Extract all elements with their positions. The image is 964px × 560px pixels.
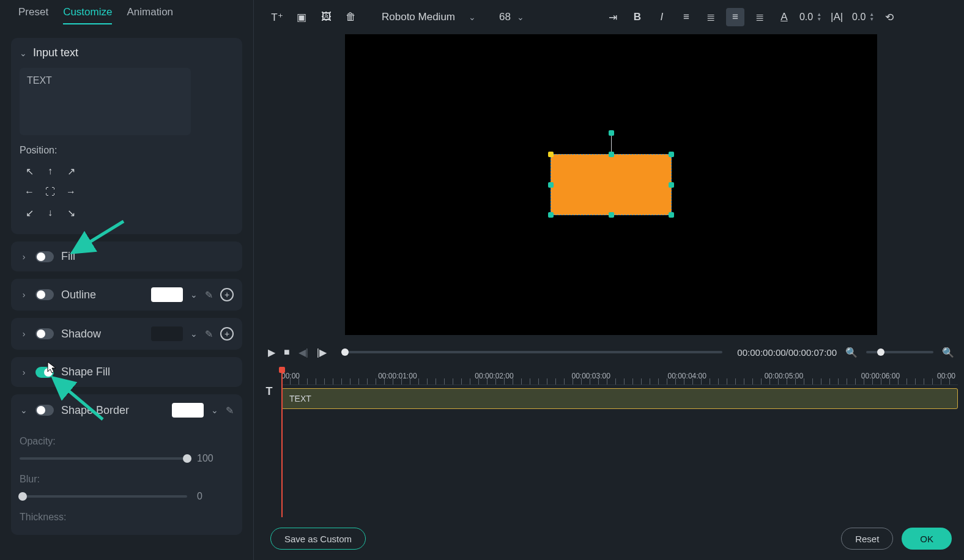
line-height-value: 0.0 bbox=[799, 12, 813, 23]
stop-icon[interactable]: ■ bbox=[284, 347, 290, 358]
pos-bottom[interactable]: ↓ bbox=[40, 204, 60, 222]
text-input-area[interactable]: TEXT bbox=[20, 68, 191, 135]
handle-bottom[interactable] bbox=[609, 212, 614, 218]
selected-shape[interactable] bbox=[551, 154, 672, 215]
line-height-field[interactable]: 0.0 ▲▼ bbox=[799, 12, 821, 23]
add-outline-icon[interactable]: + bbox=[220, 288, 234, 301]
pos-bottom-left[interactable]: ↙ bbox=[20, 204, 39, 222]
align-left-icon[interactable]: ≡ bbox=[677, 8, 695, 26]
align-center-icon[interactable]: ≣ bbox=[702, 8, 720, 26]
handle-top-right[interactable] bbox=[669, 152, 674, 157]
add-shadow-icon[interactable]: + bbox=[220, 327, 234, 341]
bold-icon[interactable]: B bbox=[628, 8, 647, 26]
prev-frame-icon[interactable]: ◀| bbox=[298, 347, 308, 358]
tab-preset[interactable]: Preset bbox=[18, 6, 48, 24]
chevron-right-icon: › bbox=[20, 290, 28, 300]
zoom-out-icon[interactable]: 🔍 bbox=[845, 347, 858, 358]
refresh-icon[interactable]: ⟲ bbox=[880, 8, 899, 26]
shape-border-color-chip[interactable] bbox=[172, 403, 204, 418]
vertical-divider bbox=[253, 0, 254, 560]
anchor-handle[interactable] bbox=[548, 152, 554, 157]
section-shape-fill[interactable]: › Shape Fill bbox=[11, 357, 242, 387]
blur-label: Blur: bbox=[20, 474, 234, 485]
shape-border-label: Shape Border bbox=[61, 404, 129, 417]
ok-button[interactable]: OK bbox=[902, 528, 952, 550]
zoom-in-icon[interactable]: 🔍 bbox=[942, 347, 954, 358]
char-spacing-icon[interactable]: |A| bbox=[828, 8, 846, 26]
next-frame-icon[interactable]: |▶ bbox=[317, 347, 327, 358]
caret-down-icon[interactable]: ⌄ bbox=[190, 290, 198, 300]
font-name: Roboto Medium bbox=[382, 11, 455, 23]
ruler[interactable]: 00:0000:00:01:0000:00:02:0000:00:03:0000… bbox=[281, 367, 958, 385]
section-header-input-text[interactable]: ⌄ Input text bbox=[11, 38, 242, 68]
shape-border-header[interactable]: ⌄ Shape Border ⌄ ✎ bbox=[11, 394, 242, 426]
timeline: 00:0000:00:01:0000:00:02:0000:00:03:0000… bbox=[258, 367, 964, 517]
section-input-text: ⌄ Input text TEXT Position: ↖ ↑ ↗ ← ⛶ → … bbox=[11, 38, 242, 234]
pos-top-right[interactable]: ↗ bbox=[61, 162, 81, 180]
crop-icon[interactable]: ▣ bbox=[292, 8, 311, 26]
handle-bottom-left[interactable] bbox=[548, 212, 554, 218]
ruler-mark: 00:00 bbox=[281, 372, 300, 380]
font-size-select[interactable]: 68 ⌄ bbox=[499, 11, 524, 23]
handle-left[interactable] bbox=[548, 182, 554, 188]
pos-right[interactable]: → bbox=[61, 183, 81, 201]
section-outline[interactable]: › Outline ⌄ ✎ + bbox=[11, 279, 242, 311]
blur-slider[interactable] bbox=[20, 495, 187, 498]
outline-toggle[interactable] bbox=[35, 289, 54, 300]
italic-icon[interactable]: I bbox=[653, 8, 671, 26]
align-right-icon[interactable]: ≡ bbox=[726, 8, 744, 26]
char-spacing-field[interactable]: 0.0 ▲▼ bbox=[852, 12, 874, 23]
pos-center[interactable]: ⛶ bbox=[40, 183, 60, 201]
eyedropper-icon[interactable]: ✎ bbox=[205, 328, 213, 340]
add-text-icon[interactable]: T⁺ bbox=[268, 8, 286, 26]
text-clip[interactable]: TEXT bbox=[281, 388, 958, 409]
play-icon[interactable]: ▶ bbox=[268, 347, 275, 358]
preview-canvas[interactable] bbox=[345, 34, 877, 335]
rotation-line bbox=[611, 134, 612, 152]
caret-down-icon: ⌄ bbox=[517, 12, 524, 22]
handle-top[interactable] bbox=[609, 152, 614, 157]
cursor-pointer-icon bbox=[46, 361, 57, 377]
outline-color-chip[interactable] bbox=[151, 287, 183, 302]
pos-bottom-right[interactable]: ↘ bbox=[61, 204, 81, 222]
font-select[interactable]: Roboto Medium ⌄ bbox=[382, 11, 480, 23]
thickness-label: Thickness: bbox=[20, 512, 234, 523]
handle-bottom-right[interactable] bbox=[669, 212, 674, 218]
eyedropper-icon[interactable]: ✎ bbox=[205, 289, 213, 301]
text-color-icon[interactable]: A bbox=[775, 8, 793, 26]
fill-toggle[interactable] bbox=[35, 251, 54, 262]
section-fill[interactable]: › Fill bbox=[11, 241, 242, 271]
blur-value[interactable]: 0 bbox=[197, 491, 234, 502]
section-shadow[interactable]: › Shadow ⌄ ✎ + bbox=[11, 318, 242, 350]
opacity-label: Opacity: bbox=[20, 436, 234, 447]
tab-customize[interactable]: Customize bbox=[63, 6, 112, 24]
opacity-slider[interactable] bbox=[20, 457, 187, 460]
panel-scroll[interactable]: ⌄ Input text TEXT Position: ↖ ↑ ↗ ← ⛶ → … bbox=[0, 29, 253, 560]
caret-down-icon[interactable]: ⌄ bbox=[190, 329, 198, 339]
image-icon[interactable]: 🖼 bbox=[317, 8, 335, 26]
progress-bar[interactable] bbox=[341, 351, 722, 353]
rotation-handle[interactable] bbox=[609, 130, 614, 136]
reset-button[interactable]: Reset bbox=[841, 528, 893, 550]
save-as-custom-button[interactable]: Save as Custom bbox=[270, 528, 366, 550]
pos-left[interactable]: ← bbox=[20, 183, 39, 201]
opacity-value[interactable]: 100 bbox=[197, 453, 234, 464]
shape-border-toggle[interactable] bbox=[35, 405, 54, 416]
playhead[interactable] bbox=[281, 367, 283, 517]
player-controls: ▶ ■ ◀| |▶ 00:00:00:00/00:00:07:00 🔍 🔍 bbox=[258, 340, 964, 364]
eyedropper-icon[interactable]: ✎ bbox=[226, 405, 234, 416]
tab-animation[interactable]: Animation bbox=[127, 6, 173, 24]
fill-label: Fill bbox=[61, 250, 75, 263]
indent-icon[interactable]: ⇥ bbox=[604, 8, 622, 26]
ruler-mark: 00:00:06:00 bbox=[861, 372, 900, 380]
trash-icon[interactable]: 🗑 bbox=[341, 8, 360, 26]
pos-top-left[interactable]: ↖ bbox=[20, 162, 39, 180]
position-grid: ↖ ↑ ↗ ← ⛶ → ↙ ↓ ↘ bbox=[20, 162, 234, 223]
pos-top[interactable]: ↑ bbox=[40, 162, 60, 180]
align-justify-icon[interactable]: ≣ bbox=[751, 8, 769, 26]
zoom-slider[interactable] bbox=[866, 351, 933, 353]
handle-right[interactable] bbox=[669, 182, 674, 188]
caret-down-icon[interactable]: ⌄ bbox=[211, 405, 218, 415]
shadow-color-chip[interactable] bbox=[151, 326, 183, 341]
shadow-toggle[interactable] bbox=[35, 328, 54, 339]
